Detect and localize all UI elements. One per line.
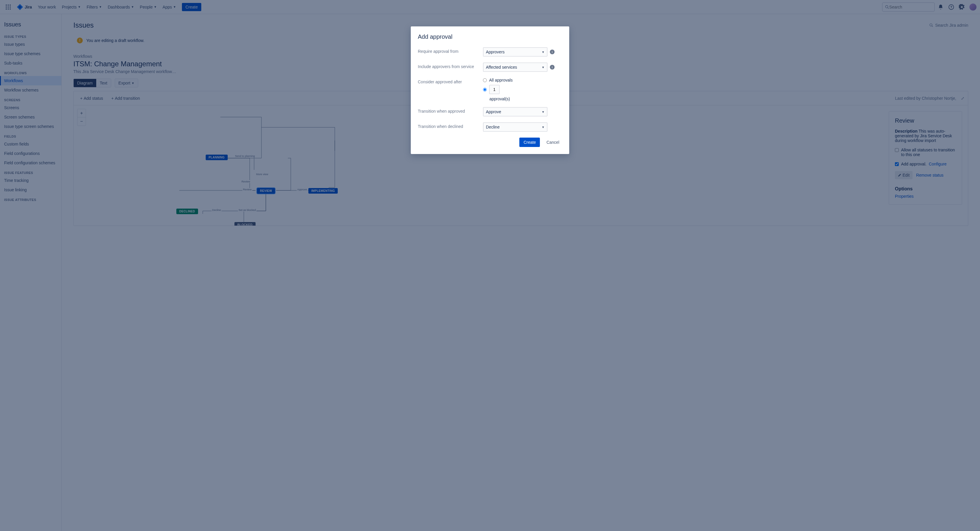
- approvers-select[interactable]: Approvers▼: [483, 47, 547, 57]
- all-approvals-radio[interactable]: [483, 78, 487, 82]
- affected-services-select[interactable]: Affected services▼: [483, 62, 547, 72]
- all-approvals-label: All approvals: [489, 78, 512, 83]
- approval-count-input[interactable]: [489, 85, 500, 94]
- chevron-down-icon: ▼: [542, 66, 544, 69]
- info-icon[interactable]: i: [550, 49, 555, 54]
- decline-transition-select[interactable]: Decline▼: [483, 122, 547, 132]
- chevron-down-icon: ▼: [542, 126, 544, 129]
- modal-cancel-button[interactable]: Cancel: [543, 138, 562, 147]
- when-declined-label: Transition when declined: [418, 122, 479, 129]
- when-approved-label: Transition when approved: [418, 107, 479, 113]
- chevron-down-icon: ▼: [542, 51, 544, 54]
- modal-title: Add approval: [418, 33, 562, 40]
- approvals-suffix: approval(s): [489, 97, 510, 101]
- info-icon[interactable]: i: [550, 65, 555, 70]
- modal-create-button[interactable]: Create: [519, 138, 540, 147]
- n-approvals-radio[interactable]: [483, 88, 487, 92]
- approve-transition-select[interactable]: Approve▼: [483, 107, 547, 116]
- add-approval-modal: Add approval Require approval from Appro…: [411, 26, 569, 154]
- chevron-down-icon: ▼: [542, 110, 544, 113]
- consider-after-label: Consider approved after: [418, 78, 479, 84]
- include-service-label: Include approvers from service: [418, 62, 479, 69]
- require-from-label: Require approval from: [418, 47, 479, 54]
